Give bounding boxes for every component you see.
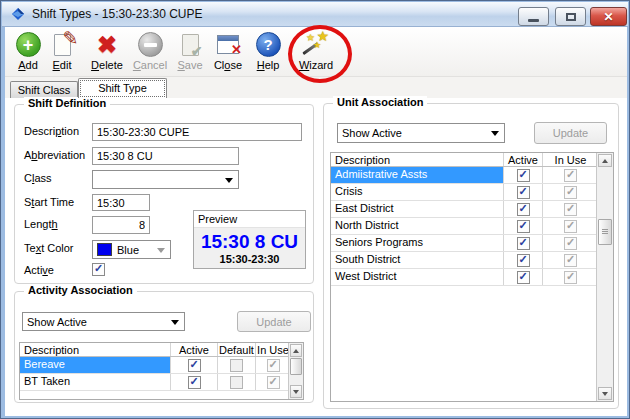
group-title: Activity Association <box>24 284 137 296</box>
unit-filter-dropdown[interactable]: Show Active <box>337 123 505 143</box>
chevron-down-icon <box>157 248 165 253</box>
active-checkbox[interactable] <box>517 186 530 199</box>
active-checkbox[interactable] <box>517 169 530 182</box>
preview-time-range: 15:30-23:30 <box>194 253 305 265</box>
close-window-icon: ✕ <box>217 35 239 54</box>
table-row[interactable]: Admiistrative Assts <box>331 167 613 184</box>
window-title: Shift Types - 15:30-23:30 CUPE <box>32 7 203 21</box>
active-checkbox[interactable] <box>92 263 105 276</box>
scrollbar-thumb[interactable] <box>290 358 302 375</box>
table-row[interactable]: South District <box>331 252 613 269</box>
cancel-button[interactable]: Cancel <box>129 30 171 75</box>
toolbar: + Add ✎ Edit ✖ Delete Cancel ✔ Save ✕ <box>5 27 627 77</box>
tabstrip: Shift Class Shift Type <box>5 77 627 98</box>
cancel-icon <box>138 32 163 57</box>
table-row[interactable]: Crisis <box>331 184 613 201</box>
default-checkbox[interactable] <box>230 376 243 389</box>
start-time-label: Start Time <box>24 196 74 208</box>
text-color-dropdown[interactable]: Blue <box>92 240 171 259</box>
default-checkbox[interactable] <box>230 359 243 372</box>
scrollbar-thumb[interactable] <box>598 219 612 245</box>
active-checkbox[interactable] <box>517 203 530 216</box>
active-checkbox[interactable] <box>517 237 530 250</box>
wizard-button[interactable]: ★ ★ ★ Wizard <box>293 30 339 75</box>
active-checkbox[interactable] <box>517 220 530 233</box>
group-title: Unit Association <box>333 96 427 108</box>
abbreviation-field[interactable] <box>92 147 239 165</box>
help-button[interactable]: ? Help <box>249 30 287 75</box>
in-use-checkbox <box>564 186 577 199</box>
table-row[interactable]: Bereave <box>20 357 303 374</box>
preview-panel: Preview 15:30 8 CU 15:30-23:30 <box>193 210 306 269</box>
help-icon: ? <box>256 32 281 57</box>
table-row[interactable]: East District <box>331 201 613 218</box>
minimize-icon <box>528 19 539 22</box>
tab-shift-type[interactable]: Shift Type <box>78 78 167 98</box>
wizard-icon: ★ ★ ★ <box>302 31 330 58</box>
description-field[interactable] <box>92 123 302 141</box>
shift-definition-group: Shift Definition Description Abbreviatio… <box>14 104 314 284</box>
active-checkbox[interactable] <box>517 254 530 267</box>
close-button[interactable]: ✕ <box>590 7 627 26</box>
preview-abbreviation: 15:30 8 CU <box>194 231 305 253</box>
delete-button[interactable]: ✖ Delete <box>85 30 129 75</box>
unit-association-group: Unit Association Show Active Update Desc… <box>323 103 619 409</box>
text-color-label: Text Color <box>24 242 74 254</box>
start-time-field[interactable] <box>92 194 150 211</box>
unit-update-button[interactable]: Update <box>534 122 607 144</box>
description-label: Description <box>24 125 79 137</box>
close-toolbar-button[interactable]: ✕ Close <box>209 30 247 75</box>
save-icon: ✔ <box>182 34 199 56</box>
unit-table-header: Description Active In Use <box>331 153 613 167</box>
activity-table-scrollbar[interactable] <box>288 343 303 399</box>
active-checkbox[interactable] <box>188 359 201 372</box>
color-swatch <box>97 243 112 256</box>
table-row[interactable]: Seniors Programs <box>331 235 613 252</box>
activity-association-group: Activity Association Show Active Update … <box>14 291 314 403</box>
add-icon: + <box>16 32 41 57</box>
group-title: Shift Definition <box>24 97 110 109</box>
maximize-button[interactable] <box>555 7 586 26</box>
chevron-down-icon <box>171 320 179 325</box>
in-use-checkbox <box>564 220 577 233</box>
active-checkbox[interactable] <box>517 271 530 284</box>
in-use-checkbox <box>267 376 280 389</box>
in-use-checkbox <box>564 203 577 216</box>
add-button[interactable]: + Add <box>11 30 45 75</box>
activity-update-button[interactable]: Update <box>237 311 311 332</box>
in-use-checkbox <box>564 237 577 250</box>
tab-shift-class[interactable]: Shift Class <box>10 81 78 98</box>
class-dropdown[interactable] <box>92 170 239 189</box>
in-use-checkbox <box>564 271 577 284</box>
edit-button[interactable]: ✎ Edit <box>45 30 79 75</box>
scroll-up-icon[interactable] <box>290 344 302 357</box>
unit-table-scrollbar[interactable] <box>596 153 613 401</box>
scroll-up-icon[interactable] <box>598 154 612 167</box>
shift-types-window: Shift Types - 15:30-23:30 CUPE ✕ + Add ✎… <box>0 0 630 419</box>
activity-table-header: Description Active Default In Use <box>20 343 303 357</box>
scroll-down-icon[interactable] <box>290 385 302 398</box>
abbreviation-label: Abbreviation <box>24 149 85 161</box>
active-checkbox[interactable] <box>188 376 201 389</box>
activity-filter-dropdown[interactable]: Show Active <box>22 312 185 331</box>
content-panel: Shift Definition Description Abbreviatio… <box>5 98 627 416</box>
unit-table: Description Active In Use Admiistrative … <box>330 152 614 402</box>
in-use-checkbox <box>564 169 577 182</box>
edit-icon: ✎ <box>54 34 71 56</box>
length-field[interactable] <box>92 216 150 234</box>
table-row[interactable]: BT Taken <box>20 374 303 391</box>
chevron-down-icon <box>491 131 499 136</box>
close-icon: ✕ <box>603 10 613 24</box>
active-label: Active <box>24 264 54 276</box>
preview-label: Preview <box>194 211 305 228</box>
save-button[interactable]: ✔ Save <box>171 30 209 75</box>
app-icon <box>10 6 26 22</box>
table-row[interactable]: North District <box>331 218 613 235</box>
minimize-button[interactable] <box>518 7 549 26</box>
scroll-down-icon[interactable] <box>598 387 612 400</box>
table-row[interactable]: West District <box>331 269 613 286</box>
in-use-checkbox <box>267 359 280 372</box>
activity-table: Description Active Default In Use Bereav… <box>19 342 304 400</box>
class-label: Class <box>24 172 52 184</box>
delete-icon: ✖ <box>97 33 117 57</box>
